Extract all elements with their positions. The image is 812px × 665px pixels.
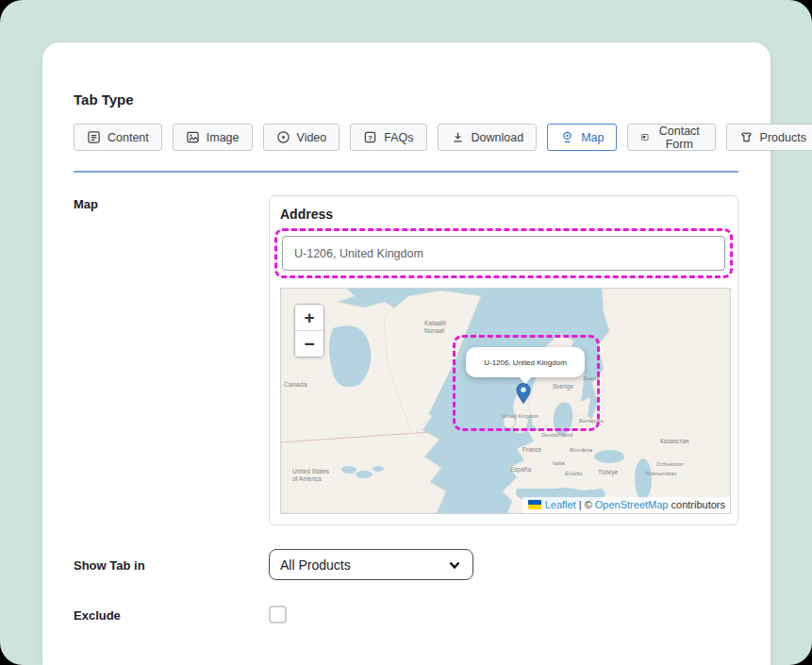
tab-type-heading: Tab Type <box>74 91 738 108</box>
attribution-mid: | © <box>576 499 595 510</box>
map-tiles <box>281 289 730 513</box>
tab-label: Download <box>472 131 524 144</box>
map-popup: U-1206, United Kingdom <box>466 347 585 377</box>
tab-label: Products <box>760 131 806 144</box>
show-tab-in-select[interactable]: All Products <box>269 549 473 580</box>
map-label: Suomi <box>583 375 599 383</box>
tab-products[interactable]: Products <box>726 124 812 151</box>
map-label: Türkiye <box>598 469 618 476</box>
map-label: România <box>570 447 592 455</box>
map-pin-icon <box>560 130 574 144</box>
tab-label: Image <box>207 131 240 144</box>
map-label: Türkmenistan <box>645 471 676 477</box>
tab-map[interactable]: Map <box>547 124 617 151</box>
map-label: Ελλάδα <box>565 471 583 477</box>
map-label: Kalaallit Nunaat <box>424 320 446 335</box>
map-label: Казахстан <box>660 438 688 445</box>
exclude-label: Exclude <box>74 607 269 623</box>
exclude-checkbox[interactable] <box>269 606 287 623</box>
tabs-divider <box>74 171 738 173</box>
address-input[interactable] <box>282 236 725 271</box>
show-tab-in-value: All Products <box>280 557 351 573</box>
contact-form-icon <box>640 130 650 144</box>
map-label: Italia <box>553 460 565 468</box>
download-icon <box>451 130 465 144</box>
map-label: Canada <box>284 381 307 390</box>
tab-label: Content <box>108 131 149 144</box>
map-label: O'zbekiston <box>656 461 684 468</box>
tab-video[interactable]: Video <box>263 124 340 151</box>
map-panel: Address <box>269 195 738 525</box>
map-row-label: Map <box>74 195 269 211</box>
tab-settings-card: Tab Type ContentImageVideoFAQsDownloadMa… <box>42 42 771 665</box>
address-highlight <box>274 228 733 278</box>
map-label: Беларусь <box>579 418 604 425</box>
tab-image[interactable]: Image <box>173 124 253 151</box>
map-label: France <box>522 446 541 454</box>
zoom-in-button[interactable]: + <box>295 305 323 330</box>
tab-label: Contact Form <box>656 125 702 151</box>
map-zoom-control: + − <box>294 304 324 357</box>
attribution-tail: contributors <box>668 499 725 510</box>
leaflet-link[interactable]: Leaflet <box>545 499 576 510</box>
show-tab-in-label: Show Tab in <box>74 557 269 573</box>
map-label: España <box>510 466 531 474</box>
tab-content[interactable]: Content <box>74 124 162 151</box>
tab-label: FAQs <box>384 131 413 144</box>
tab-download[interactable]: Download <box>438 124 538 151</box>
map-label: United States of America <box>292 468 329 483</box>
video-icon <box>276 130 290 144</box>
map-canvas[interactable]: Kalaallit NunaatCanadaUnited States of A… <box>280 288 731 514</box>
map-popup-text: U-1206, United Kingdom <box>484 358 567 367</box>
map-attribution: Leaflet | © OpenStreetMap contributors <box>522 497 730 513</box>
content-icon <box>87 130 101 144</box>
image-icon <box>186 130 200 144</box>
ukraine-flag-icon <box>528 500 541 509</box>
page-background: Tab Type ContentImageVideoFAQsDownloadMa… <box>0 0 812 665</box>
zoom-out-button[interactable]: − <box>295 331 323 357</box>
map-label: United Kingdom <box>502 413 539 420</box>
products-icon <box>739 130 754 144</box>
tab-faqs[interactable]: FAQs <box>350 124 426 151</box>
map-label: Sverige <box>553 383 573 391</box>
map-marker-icon[interactable] <box>515 382 532 405</box>
chevron-down-icon <box>447 557 462 573</box>
address-label: Address <box>280 207 727 222</box>
tab-type-tabs: ContentImageVideoFAQsDownloadMapContact … <box>74 124 738 151</box>
tab-label: Map <box>581 131 604 144</box>
tab-contact-form[interactable]: Contact Form <box>627 124 715 151</box>
map-label: Deutschland <box>541 432 572 440</box>
tab-label: Video <box>297 131 327 144</box>
openstreetmap-link[interactable]: OpenStreetMap <box>595 499 669 510</box>
faqs-icon <box>363 130 377 144</box>
